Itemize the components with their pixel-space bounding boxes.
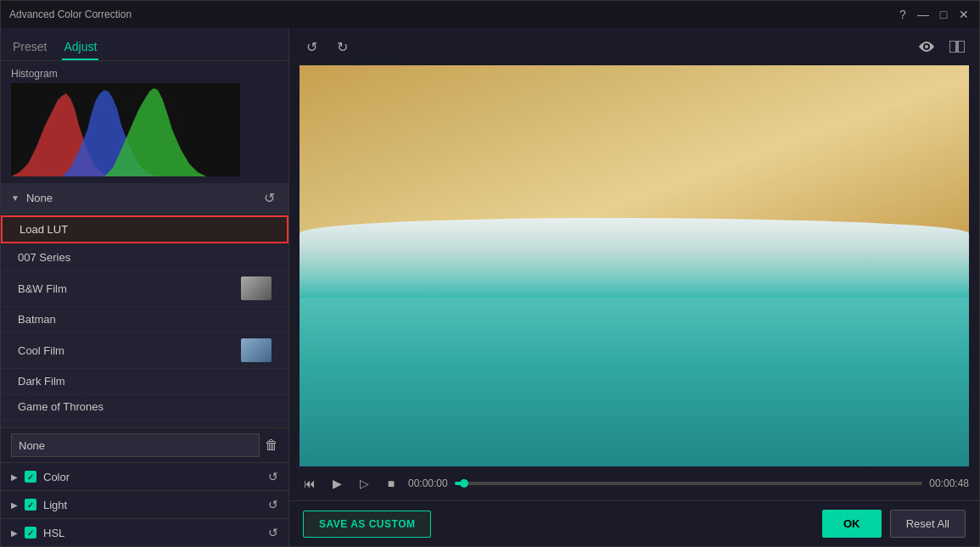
histogram-svg [11, 83, 240, 176]
bw-film-swatch [241, 276, 272, 300]
close-button[interactable]: ✕ [957, 8, 971, 21]
time-current: 00:00:00 [408, 477, 448, 489]
light-checkbox[interactable]: ✓ [25, 499, 36, 511]
cool-film-swatch [241, 338, 272, 362]
hsl-reset-icon[interactable]: ↺ [268, 526, 278, 539]
toolbar-row: ↺ ↻ [289, 28, 979, 65]
gravity-item[interactable]: Gravity [1, 420, 288, 427]
main-window: Advanced Color Correction ? — □ ✕ Preset… [0, 0, 980, 547]
eye-icon [919, 42, 934, 52]
delete-button[interactable]: 🗑 [265, 438, 278, 453]
stop-button[interactable]: ■ [381, 473, 401, 494]
preset-reset-button[interactable]: ↺ [260, 188, 278, 208]
hsl-checkbox[interactable]: ✓ [25, 527, 36, 539]
preset-selected-label: None [26, 192, 260, 204]
svg-rect-0 [949, 41, 956, 53]
play-button[interactable]: ▶ [327, 473, 347, 494]
histogram-section: Histogram [1, 61, 288, 183]
ok-button[interactable]: OK [822, 510, 882, 538]
save-custom-button[interactable]: SAVE AS CUSTOM [303, 511, 431, 538]
progress-thumb [460, 479, 468, 488]
load-lut-item[interactable]: Load LUT [1, 215, 288, 243]
none-select[interactable]: None [11, 433, 260, 457]
compare-button[interactable] [945, 35, 969, 59]
hsl-arrow-icon: ▶ [11, 528, 18, 538]
eye-button[interactable] [915, 35, 938, 59]
color-checkbox[interactable]: ✓ [25, 471, 36, 483]
time-total: 00:00:48 [929, 477, 969, 489]
tabs-row: Preset Adjust [1, 28, 288, 61]
dropdown-list[interactable]: Load LUT 007 Series B&W Film Batman Cool… [1, 214, 288, 427]
tab-adjust[interactable]: Adjust [62, 35, 98, 60]
play-alt-button[interactable]: ▷ [354, 473, 374, 494]
svg-rect-1 [958, 41, 965, 53]
bottom-select-row: None 🗑 [1, 427, 288, 462]
preset-arrow-icon: ▼ [11, 193, 20, 203]
color-reset-icon[interactable]: ↺ [268, 470, 278, 483]
toolbar-left: ↺ ↻ [300, 35, 354, 59]
title-bar-controls: ? — □ ✕ [896, 8, 971, 21]
window-title: Advanced Color Correction [9, 8, 132, 20]
dark-film-item[interactable]: Dark Film [1, 369, 288, 394]
main-content: Preset Adjust Histogram [1, 28, 979, 546]
light-label: Light [43, 499, 261, 511]
minimize-button[interactable]: — [916, 8, 930, 21]
toolbar-right [915, 35, 969, 59]
tab-preset[interactable]: Preset [11, 35, 48, 60]
right-panel: ↺ ↻ [289, 28, 979, 546]
video-controls: ⏮ ▶ ▷ ■ 00:00:00 00:00:48 [289, 466, 979, 500]
hsl-section[interactable]: ▶ ✓ HSL ↺ [1, 518, 288, 546]
left-panel: Preset Adjust Histogram [1, 28, 289, 546]
color-section[interactable]: ▶ ✓ Color ↺ [1, 462, 288, 490]
beach-water [300, 298, 969, 466]
maximize-button[interactable]: □ [937, 8, 950, 21]
hsl-label: HSL [43, 527, 261, 539]
cool-film-item[interactable]: Cool Film [1, 332, 288, 369]
bottom-bar: SAVE AS CUSTOM OK Reset All [289, 500, 979, 546]
light-reset-icon[interactable]: ↺ [268, 498, 278, 511]
light-section[interactable]: ▶ ✓ Light ↺ [1, 490, 288, 518]
video-preview-inner [300, 65, 969, 466]
bw-film-item[interactable]: B&W Film [1, 271, 288, 307]
color-arrow-icon: ▶ [11, 472, 18, 482]
color-label: Color [43, 471, 261, 483]
undo-button[interactable]: ↺ [300, 35, 323, 59]
redo-button[interactable]: ↻ [330, 35, 354, 59]
prev-frame-button[interactable]: ⏮ [300, 473, 320, 494]
histogram-label: Histogram [11, 68, 278, 80]
reset-all-button[interactable]: Reset All [890, 510, 966, 538]
help-button[interactable]: ? [896, 8, 910, 21]
preset-selected-row[interactable]: ▼ None ↺ [1, 183, 288, 214]
histogram-canvas [11, 83, 240, 176]
video-preview [300, 65, 969, 466]
batman-item[interactable]: Batman [1, 307, 288, 332]
light-arrow-icon: ▶ [11, 500, 18, 510]
game-of-thrones-item[interactable]: Game of Thrones [1, 394, 288, 420]
compare-icon [949, 41, 965, 53]
progress-bar[interactable] [455, 482, 923, 485]
007-series-item[interactable]: 007 Series [1, 245, 288, 271]
beach-wave [300, 218, 969, 299]
btn-right-group: OK Reset All [822, 510, 966, 538]
title-bar: Advanced Color Correction ? — □ ✕ [1, 1, 979, 28]
